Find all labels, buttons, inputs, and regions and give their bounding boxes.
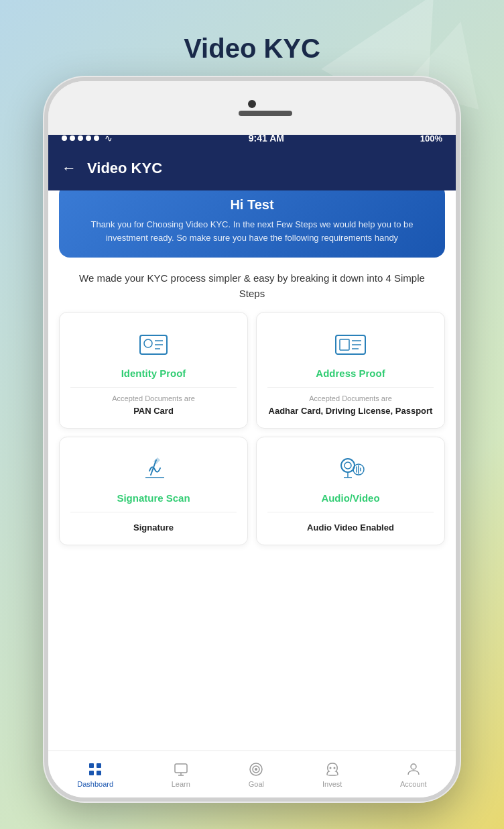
goal-tab-label: Goal (249, 780, 264, 788)
address-accepted-label: Accepted Documents are (309, 394, 392, 402)
svg-rect-16 (89, 771, 94, 775)
address-divider (267, 387, 434, 388)
phone-frame: ∿ 9:41 AM 100% ← Video KYC Hi Test Thank… (44, 77, 460, 802)
step-card-identity[interactable]: Identity Proof Accepted Documents are PA… (59, 312, 248, 429)
identity-proof-title: Identity Proof (121, 368, 186, 379)
welcome-greeting: Hi Test (75, 197, 429, 213)
svg-point-11 (341, 459, 355, 472)
audio-video-icon (333, 451, 368, 486)
phone-top (48, 81, 456, 135)
signal-dot (70, 135, 75, 141)
svg-rect-12 (344, 462, 351, 469)
tab-account[interactable]: Account (400, 761, 427, 788)
svg-point-24 (329, 767, 331, 769)
step-card-signature[interactable]: Signature Scan Signature (59, 437, 248, 545)
header-nav: ← Video KYC (62, 160, 442, 177)
phone-button-left (44, 202, 47, 235)
back-button[interactable]: ← (62, 160, 76, 177)
tab-bar: Dashboard Learn Goal (48, 751, 456, 797)
dashboard-icon (87, 761, 103, 777)
svg-rect-15 (97, 763, 101, 768)
svg-rect-14 (89, 763, 94, 768)
invest-tab-label: Invest (322, 780, 342, 788)
svg-rect-18 (175, 764, 187, 773)
identity-proof-icon (136, 326, 171, 361)
step-card-address[interactable]: Address Proof Accepted Documents are Aad… (256, 312, 445, 429)
invest-icon (324, 761, 340, 777)
goal-icon (248, 761, 264, 777)
signal-dot (94, 135, 99, 141)
address-documents: Aadhar Card, Driving License, Passport (269, 405, 433, 417)
signature-scan-icon (136, 451, 171, 486)
signature-documents: Signature (133, 522, 174, 534)
identity-documents: PAN Card (133, 405, 174, 417)
account-icon (405, 761, 422, 777)
av-title: Audio/Video (321, 492, 379, 504)
learn-icon (173, 761, 189, 777)
welcome-banner: Hi Test Thank you for Choosing Video KYC… (59, 190, 445, 258)
phone-camera (248, 100, 256, 108)
dashboard-tab-label: Dashboard (77, 780, 113, 788)
app-header: ← Video KYC (48, 152, 456, 190)
address-proof-title: Address Proof (316, 368, 385, 379)
address-proof-icon (333, 326, 368, 361)
signal-dot (78, 135, 83, 141)
signature-divider (70, 512, 237, 512)
page-title: Video KYC (184, 34, 320, 64)
header-title: Video KYC (87, 160, 162, 177)
tab-dashboard[interactable]: Dashboard (77, 761, 113, 788)
phone-button-right (457, 215, 460, 262)
svg-point-23 (255, 768, 257, 771)
av-divider (267, 512, 434, 512)
signal-dot (86, 135, 91, 141)
svg-point-26 (411, 764, 416, 769)
tab-invest[interactable]: Invest (322, 761, 342, 788)
phone-screen: ∿ 9:41 AM 100% ← Video KYC Hi Test Thank… (48, 125, 456, 797)
svg-point-25 (333, 767, 335, 769)
signature-scan-title: Signature Scan (117, 492, 190, 504)
svg-rect-6 (340, 339, 349, 350)
signal-dot (62, 135, 67, 141)
av-documents: Audio Video Enabled (307, 522, 394, 534)
welcome-message: Thank you for Choosing Video KYC. In the… (75, 218, 429, 244)
account-tab-label: Account (400, 780, 427, 788)
learn-tab-label: Learn (172, 780, 190, 788)
identity-divider (70, 387, 237, 388)
scroll-content: Hi Test Thank you for Choosing Video KYC… (48, 190, 456, 751)
tab-learn[interactable]: Learn (172, 761, 190, 788)
phone-speaker (239, 111, 292, 116)
steps-grid: Identity Proof Accepted Documents are PA… (48, 312, 456, 556)
svg-rect-17 (97, 771, 101, 775)
description-text: We made your KYC process simpler & easy … (48, 258, 456, 312)
step-card-av[interactable]: Audio/Video Audio Video Enabled (256, 437, 445, 545)
identity-accepted-label: Accepted Documents are (112, 394, 195, 402)
tab-goal[interactable]: Goal (248, 761, 264, 788)
svg-point-1 (144, 339, 152, 347)
